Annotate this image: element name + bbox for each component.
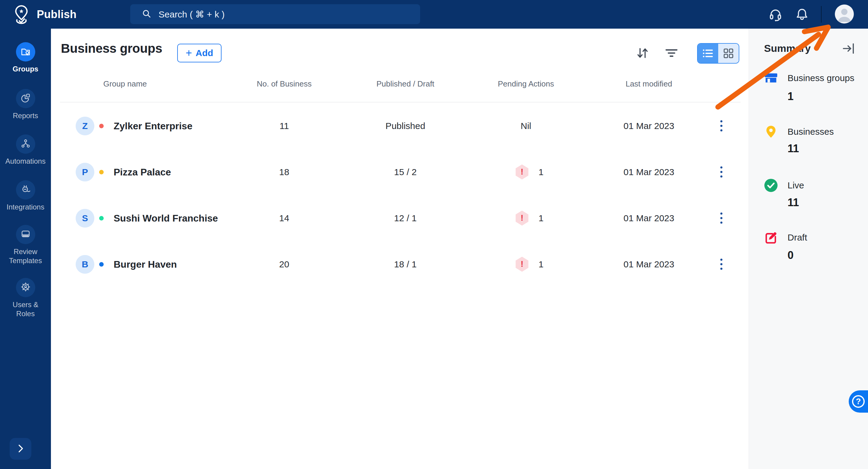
- search-placeholder: Search ( ⌘ + k ): [158, 9, 224, 20]
- row-actions-menu[interactable]: [716, 163, 726, 181]
- group-avatar: P: [76, 163, 94, 182]
- user-avatar[interactable]: [835, 4, 854, 24]
- sort-arrows-icon: [636, 46, 650, 60]
- pending-alert-badge: !: [515, 211, 529, 226]
- group-name[interactable]: Sushi World Franchise: [114, 213, 218, 224]
- add-group-button[interactable]: + Add: [177, 44, 221, 62]
- list-view-button[interactable]: [698, 44, 718, 63]
- reports-pie-icon: [20, 92, 31, 105]
- global-search-input[interactable]: Search ( ⌘ + k ): [130, 4, 420, 24]
- pending-count: 1: [538, 213, 544, 223]
- column-header-modified[interactable]: Last modified: [626, 79, 673, 89]
- sidebar-item-groups[interactable]: Groups: [0, 42, 51, 73]
- page-title: Business groups: [61, 41, 162, 56]
- sidebar-expand-button[interactable]: [10, 438, 31, 460]
- location-pin-icon: [764, 124, 778, 139]
- grid-view-icon: [722, 47, 735, 60]
- pending-count: 1: [538, 259, 544, 270]
- view-toggle: [697, 43, 739, 64]
- draft-icon: [764, 230, 778, 245]
- collapse-panel-button[interactable]: [842, 42, 856, 55]
- column-header-no-business[interactable]: No. of Business: [257, 79, 312, 89]
- summary-item-business-groups: Business groups: [764, 70, 855, 86]
- table-header-divider: [60, 102, 741, 102]
- top-navigation-bar: Publish Search ( ⌘ + k ): [0, 0, 868, 29]
- integrations-plug-icon: [20, 184, 31, 196]
- last-modified: 01 Mar 2023: [624, 121, 674, 131]
- sidebar-item-integrations[interactable]: Integrations: [0, 180, 51, 212]
- published-draft: 18 / 1: [394, 259, 416, 270]
- status-dot: [99, 216, 104, 220]
- column-header-group-name[interactable]: Group name: [103, 79, 147, 89]
- topbar-divider: [821, 6, 822, 23]
- review-templates-icon: [20, 228, 31, 241]
- pending-alert-badge: !: [515, 164, 529, 180]
- list-view-icon: [702, 47, 714, 60]
- row-actions-menu[interactable]: [716, 255, 726, 273]
- summary-value: 11: [787, 142, 799, 155]
- group-avatar: S: [76, 209, 94, 227]
- summary-value: 0: [787, 249, 794, 262]
- summary-item-live: Live: [764, 178, 804, 193]
- last-modified: 01 Mar 2023: [624, 167, 674, 177]
- last-modified: 01 Mar 2023: [624, 259, 674, 270]
- help-button[interactable]: ?: [849, 390, 868, 413]
- sidebar-item-reports[interactable]: Reports: [0, 89, 51, 120]
- group-avatar: B: [76, 255, 94, 274]
- automations-branch-icon: [20, 138, 31, 150]
- summary-item-businesses: Businesses: [764, 124, 834, 139]
- support-headset-button[interactable]: [767, 6, 784, 23]
- check-circle-icon: [764, 178, 778, 193]
- summary-value: 1: [787, 90, 794, 103]
- app-name: Publish: [37, 0, 76, 29]
- business-count: 20: [279, 259, 289, 270]
- row-actions-menu[interactable]: [716, 117, 726, 135]
- pending-alert-badge: !: [515, 257, 529, 272]
- table-row[interactable]: Z Zylker Enterprise 11 Published Nil 01 …: [51, 103, 749, 149]
- summary-title: Summary: [764, 42, 811, 54]
- summary-item-draft: Draft: [764, 230, 807, 245]
- group-name[interactable]: Pizza Palace: [114, 166, 171, 178]
- status-dot: [99, 262, 104, 267]
- grid-view-button[interactable]: [718, 44, 739, 63]
- summary-value: 11: [787, 196, 799, 209]
- business-count: 18: [279, 167, 289, 177]
- person-silhouette-icon: [835, 4, 854, 24]
- sidebar-item-users-roles[interactable]: Users & Roles: [0, 278, 51, 318]
- status-dot: [99, 170, 104, 174]
- notifications-bell-button[interactable]: [794, 6, 810, 23]
- pending-count: 1: [538, 167, 544, 177]
- business-groups-page: Business groups + Add Group name: [51, 29, 749, 469]
- table-row[interactable]: B Burger Haven 20 18 / 1 ! 1 01 Mar 2023: [51, 241, 749, 287]
- last-modified: 01 Mar 2023: [624, 213, 674, 223]
- filter-button[interactable]: [664, 45, 679, 61]
- users-roles-gear-icon: [20, 281, 31, 294]
- sort-button[interactable]: [635, 45, 650, 61]
- filter-lines-icon: [664, 46, 678, 60]
- sidebar-navigation: Groups Reports Automations Integ: [0, 29, 51, 469]
- groups-folder-pin-icon: [20, 45, 31, 58]
- column-header-pending[interactable]: Pending Actions: [498, 79, 554, 89]
- group-name[interactable]: Zylker Enterprise: [114, 120, 192, 131]
- business-count: 14: [279, 213, 289, 223]
- row-actions-menu[interactable]: [716, 209, 726, 227]
- group-name[interactable]: Burger Haven: [114, 259, 177, 270]
- summary-panel: Summary Business groups 1 Businesses 11: [749, 29, 868, 469]
- status-dot: [99, 124, 104, 128]
- plus-icon: +: [186, 48, 192, 59]
- question-mark-icon: ?: [852, 395, 865, 408]
- pending-actions: Nil: [521, 121, 531, 131]
- table-row[interactable]: S Sushi World Franchise 14 12 / 1 ! 1 01…: [51, 195, 749, 241]
- collapse-arrow-icon: [842, 42, 856, 55]
- column-header-published[interactable]: Published / Draft: [376, 79, 434, 89]
- sidebar-item-automations[interactable]: Automations: [0, 134, 51, 166]
- table-row[interactable]: P Pizza Palace 18 15 / 2 ! 1 01 Mar 2023: [51, 149, 749, 195]
- chevron-right-icon: [14, 442, 27, 456]
- published-draft: 15 / 2: [394, 167, 416, 177]
- business-count: 11: [279, 121, 289, 131]
- sidebar-item-review-templates[interactable]: Review Templates: [0, 225, 51, 265]
- published-draft: Published: [385, 121, 425, 131]
- storefront-icon: [764, 70, 778, 86]
- search-icon: [141, 8, 152, 20]
- publish-logo-icon[interactable]: [11, 4, 32, 25]
